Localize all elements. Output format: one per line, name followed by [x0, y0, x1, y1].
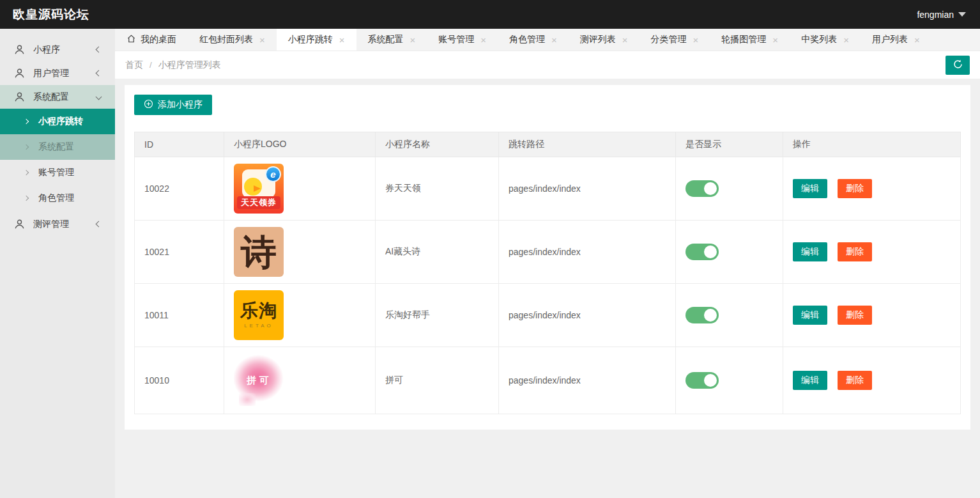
- person-icon: [14, 219, 25, 230]
- sidebar-item-label: 用户管理: [33, 68, 69, 79]
- close-icon[interactable]: ×: [410, 35, 416, 45]
- close-icon[interactable]: ×: [772, 35, 778, 45]
- cell-logo: 拼可: [224, 347, 376, 414]
- sidebar-item-review-mgmt[interactable]: 测评管理: [0, 212, 115, 236]
- visible-toggle[interactable]: [685, 372, 719, 389]
- chevron-right-icon: [24, 170, 29, 175]
- close-icon[interactable]: ×: [693, 35, 699, 45]
- close-icon[interactable]: ×: [259, 35, 265, 45]
- cell-id: 10021: [135, 221, 224, 284]
- cell-id: 10022: [135, 157, 224, 221]
- sidebar-subitem-system-config[interactable]: 系统配置: [0, 134, 115, 160]
- col-header-logo: 小程序LOGO: [224, 132, 376, 157]
- sidebar-item-label: 小程序: [33, 44, 60, 56]
- letao-subtitle: LETAO: [244, 323, 273, 329]
- tab-label: 红包封面列表: [199, 34, 253, 45]
- tab-miniprogram-jump[interactable]: 小程序跳转 ×: [277, 29, 356, 51]
- visible-toggle[interactable]: [685, 180, 719, 197]
- main-area: 我的桌面 红包封面列表 × 小程序跳转 × 系统配置 × 账号管理 × 角色管理…: [115, 29, 980, 498]
- delete-button[interactable]: 删除: [838, 242, 872, 261]
- delete-button[interactable]: 删除: [838, 179, 872, 198]
- breadcrumb-home[interactable]: 首页: [125, 59, 143, 71]
- chevron-right-icon: [24, 119, 29, 124]
- logo-banner-text: 天天领券: [237, 196, 280, 209]
- col-header-path: 跳转路径: [499, 132, 676, 157]
- e-badge: e: [265, 166, 281, 182]
- refresh-icon: [953, 59, 963, 72]
- cell-path: pages/index/index: [499, 221, 676, 284]
- cell-actions: 编辑 删除: [783, 347, 961, 414]
- col-header-visible: 是否显示: [676, 132, 783, 157]
- delete-button[interactable]: 删除: [838, 371, 872, 390]
- cell-visible: [676, 157, 783, 221]
- chevron-down-icon: [96, 94, 102, 100]
- tab-label: 我的桌面: [141, 34, 176, 45]
- cell-id: 10011: [135, 284, 224, 347]
- tab-label: 轮播图管理: [721, 34, 766, 45]
- close-icon[interactable]: ×: [480, 35, 486, 45]
- username: fengmian: [917, 10, 954, 20]
- miniprogram-table: ID 小程序LOGO 小程序名称 跳转路径 是否显示 操作 10022: [134, 132, 961, 414]
- visible-toggle[interactable]: [685, 244, 719, 260]
- tab-desktop[interactable]: 我的桌面: [115, 29, 188, 51]
- breadcrumb-current: 小程序管理列表: [158, 59, 221, 71]
- add-button-label: 添加小程序: [158, 99, 203, 111]
- sidebar-item-users[interactable]: 用户管理: [0, 61, 115, 85]
- table-row: 10022 e 天天领券 券天天领 pages/index/index: [135, 157, 961, 221]
- sidebar-subitem-account-mgmt[interactable]: 账号管理: [0, 160, 115, 185]
- edit-button[interactable]: 编辑: [793, 371, 827, 390]
- close-icon[interactable]: ×: [622, 35, 628, 45]
- tab-category-mgmt[interactable]: 分类管理 ×: [639, 29, 710, 51]
- tab-role-mgmt[interactable]: 角色管理 ×: [498, 29, 569, 51]
- sidebar-item-miniprogram[interactable]: 小程序: [0, 38, 115, 61]
- col-header-id: ID: [135, 132, 224, 157]
- cell-actions: 编辑 删除: [783, 157, 961, 221]
- tab-label: 用户列表: [872, 34, 908, 45]
- sidebar-subitem-role-mgmt[interactable]: 角色管理: [0, 185, 115, 211]
- pinke-title: 拼可: [247, 375, 272, 387]
- user-menu[interactable]: fengmian: [917, 10, 980, 20]
- col-header-name: 小程序名称: [376, 132, 499, 157]
- home-icon: [126, 34, 136, 45]
- edit-button[interactable]: 编辑: [793, 242, 827, 261]
- tab-bar: 我的桌面 红包封面列表 × 小程序跳转 × 系统配置 × 账号管理 × 角色管理…: [115, 29, 980, 51]
- tab-system-config[interactable]: 系统配置 ×: [356, 29, 427, 51]
- cell-path: pages/index/index: [499, 347, 676, 414]
- tab-user-list[interactable]: 用户列表 ×: [861, 29, 931, 51]
- cell-path: pages/index/index: [499, 284, 676, 347]
- cell-logo: 乐淘 LETAO: [224, 284, 376, 347]
- edit-button[interactable]: 编辑: [793, 179, 827, 198]
- delete-button[interactable]: 删除: [838, 306, 872, 325]
- cell-id: 10010: [135, 347, 224, 414]
- close-icon[interactable]: ×: [551, 35, 557, 45]
- add-miniprogram-button[interactable]: 添加小程序: [134, 95, 212, 115]
- tab-carousel-mgmt[interactable]: 轮播图管理 ×: [710, 29, 790, 51]
- toggle-knob: [704, 309, 717, 322]
- visible-toggle[interactable]: [685, 307, 719, 323]
- cell-name: 券天天领: [376, 157, 499, 221]
- duck-beak: [254, 185, 261, 192]
- breadcrumb: 首页 / 小程序管理列表: [115, 51, 980, 79]
- edit-button[interactable]: 编辑: [793, 306, 827, 325]
- close-icon[interactable]: ×: [914, 35, 920, 45]
- tab-review-list[interactable]: 测评列表 ×: [569, 29, 639, 51]
- breadcrumb-separator: /: [149, 60, 152, 70]
- tab-label: 角色管理: [509, 34, 545, 45]
- tab-account-mgmt[interactable]: 账号管理 ×: [427, 29, 498, 51]
- table-row: 10021 诗 AI藏头诗 pages/index/index 编辑: [135, 221, 961, 284]
- miniprogram-logo-coupon: e 天天领券: [234, 164, 284, 214]
- cell-path: pages/index/index: [499, 157, 676, 221]
- tab-winners-list[interactable]: 中奖列表 ×: [790, 29, 861, 51]
- close-icon[interactable]: ×: [843, 35, 849, 45]
- tab-label: 测评列表: [580, 34, 616, 45]
- refresh-button[interactable]: [946, 56, 970, 75]
- tab-label: 中奖列表: [801, 34, 837, 45]
- sidebar-subitem-miniprogram-jump[interactable]: 小程序跳转: [0, 109, 115, 134]
- person-icon: [14, 68, 25, 79]
- sidebar-item-system-config[interactable]: 系统配置: [0, 85, 115, 109]
- content-area: 添加小程序 ID 小程序LOGO 小程序名称 跳转路径 是否显示 操作: [115, 79, 980, 430]
- sidebar-subitem-label: 账号管理: [38, 167, 74, 178]
- app-title: 欧皇源码论坛: [0, 6, 89, 23]
- tab-redpacket-covers[interactable]: 红包封面列表 ×: [188, 29, 277, 51]
- close-icon[interactable]: ×: [339, 35, 345, 45]
